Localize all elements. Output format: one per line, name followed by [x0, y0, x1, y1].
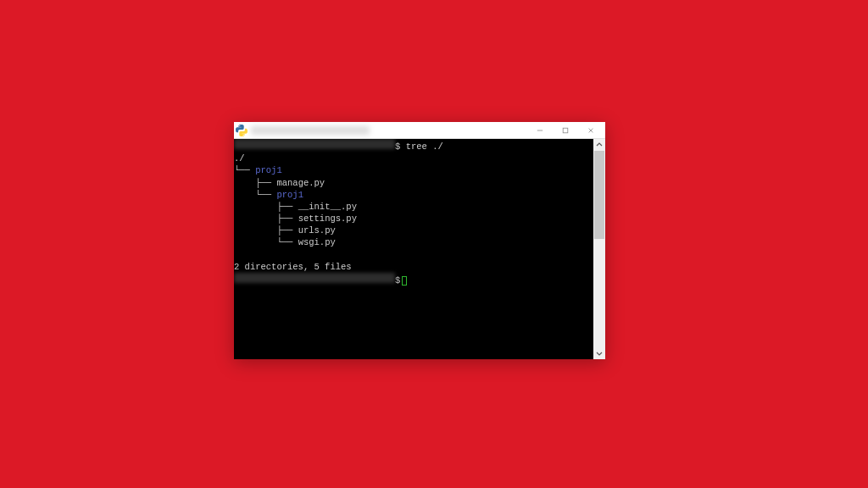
tree-file-init: __init__.py: [298, 202, 357, 212]
scroll-up-button[interactable]: [593, 139, 605, 151]
tree-dir-proj1-inner: proj1: [276, 190, 303, 200]
scroll-down-button[interactable]: [593, 347, 605, 359]
tree-root: ./: [234, 153, 245, 164]
tree-file-wsgi: wsgi.py: [298, 237, 336, 247]
prompt-path-obscured-2: [234, 273, 395, 283]
svg-rect-1: [563, 128, 568, 133]
titlebar[interactable]: [234, 122, 605, 139]
tree-file-manage: manage.py: [276, 178, 325, 188]
titlebar-left: [236, 125, 527, 136]
terminal-body: $ tree ././└── proj1 ├── manage.py └── p…: [234, 139, 605, 359]
python-icon: [236, 125, 248, 136]
tree-file-urls: urls.py: [298, 225, 336, 236]
terminal-output[interactable]: $ tree ././└── proj1 ├── manage.py └── p…: [234, 139, 593, 359]
terminal-window: $ tree ././└── proj1 ├── manage.py └── p…: [234, 122, 605, 359]
scroll-track[interactable]: [593, 151, 605, 347]
window-controls: [527, 123, 604, 138]
maximize-button[interactable]: [553, 123, 578, 138]
command-text: tree ./: [406, 141, 443, 152]
tree-dir-proj1: proj1: [255, 165, 282, 175]
tree-file-settings: settings.py: [298, 214, 357, 224]
terminal-cursor: [402, 276, 407, 286]
window-title: [251, 126, 370, 135]
close-button[interactable]: [578, 123, 604, 138]
prompt-path-obscured: [234, 139, 395, 149]
scrollbar[interactable]: [593, 139, 605, 359]
tree-summary: 2 directories, 5 files: [234, 262, 352, 272]
minimize-button[interactable]: [527, 123, 553, 138]
scroll-thumb[interactable]: [594, 151, 604, 239]
prompt-symbol-2: $: [395, 275, 400, 286]
